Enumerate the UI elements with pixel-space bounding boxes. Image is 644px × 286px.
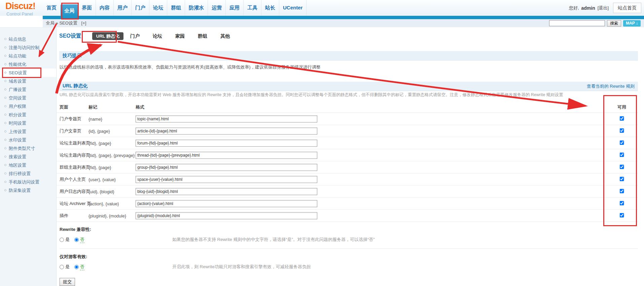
- sidebar-item-2[interactable]: 站点功能: [0, 52, 56, 60]
- available-checkbox[interactable]: [620, 153, 624, 157]
- nav-item-6[interactable]: 论坛: [149, 0, 167, 16]
- available-checkbox[interactable]: [620, 189, 624, 193]
- sidebar-item-13[interactable]: 附件类型尺寸: [0, 144, 56, 153]
- sidebar-item-12[interactable]: 水印设置: [0, 136, 56, 144]
- radio-no-label: 否: [80, 237, 84, 243]
- available-checkbox[interactable]: [620, 128, 624, 133]
- nav-item-5[interactable]: 门户: [132, 0, 149, 16]
- nav-item-2[interactable]: 界面: [78, 0, 96, 16]
- view-rewrite-rules-link[interactable]: 查看当前的 Rewrite 规则: [587, 83, 635, 89]
- logo-subtitle: Control Panel: [6, 11, 46, 16]
- nav-item-8[interactable]: 防灌水: [185, 0, 208, 16]
- sidebar-item-label: 站点信息: [9, 37, 26, 42]
- nav-item-0[interactable]: 首页: [43, 0, 61, 16]
- sidebar-item-3[interactable]: 性能优化: [0, 60, 56, 69]
- nav-item-10[interactable]: 应用: [226, 0, 244, 16]
- sidebar-item-14[interactable]: 搜索设置: [0, 153, 56, 161]
- row-tag-label: {tid}, {page}, {prevpage}: [88, 153, 135, 158]
- row-page-label: 群组主题列表页: [60, 164, 90, 170]
- sidebar-item-label: 水印设置: [9, 137, 26, 142]
- bullet-icon: [4, 72, 6, 74]
- sidebar-item-6[interactable]: 广播设置: [0, 85, 56, 94]
- tab-1[interactable]: 门户: [127, 32, 143, 40]
- format-input[interactable]: [136, 164, 317, 171]
- sidebar-item-label: 时间设置: [9, 121, 26, 126]
- map-button[interactable]: MAP ↓: [623, 20, 641, 27]
- format-input[interactable]: [136, 115, 317, 122]
- sidebar-item-16[interactable]: 排行榜设置: [0, 169, 56, 178]
- available-checkbox[interactable]: [620, 165, 624, 169]
- nav-item-7[interactable]: 群组: [167, 0, 185, 16]
- tips-text: 以红色虚线标示的选项，表示该选项和系统效率、负载能力与资源消耗有关(提高效率、或…: [60, 64, 321, 70]
- format-input[interactable]: [136, 200, 317, 207]
- radio-no[interactable]: 否: [74, 264, 84, 270]
- nav-item-1[interactable]: 全局: [61, 4, 78, 19]
- radio-no[interactable]: 否: [74, 237, 84, 243]
- nav-item-4[interactable]: 用户: [114, 0, 132, 16]
- username: admin: [581, 5, 595, 11]
- available-checkbox[interactable]: [620, 213, 624, 217]
- row-available-cell: [620, 189, 624, 194]
- sidebar-item-15[interactable]: 地区设置: [0, 161, 56, 169]
- nav-item-13[interactable]: UCenter: [279, 0, 307, 16]
- radio-yes[interactable]: 是: [60, 237, 70, 243]
- sidebar-item-7[interactable]: 空间设置: [0, 94, 56, 102]
- site-home-button[interactable]: 站点首页: [613, 3, 641, 13]
- row-format-cell: [136, 176, 317, 183]
- sidebar-item-10[interactable]: 时间设置: [0, 119, 56, 127]
- sidebar-item-11[interactable]: 上传设置: [0, 127, 56, 136]
- sidebar-item-18[interactable]: 防采集设置: [0, 186, 56, 195]
- tips-panel-header: 技巧提示: [59, 51, 638, 60]
- format-input[interactable]: [136, 139, 317, 147]
- nav-item-9[interactable]: 运营: [208, 0, 226, 16]
- logout-link[interactable]: [退出]: [598, 5, 609, 11]
- available-checkbox[interactable]: [620, 140, 624, 145]
- nav-item-12[interactable]: 站长: [261, 0, 279, 16]
- row-tag-label: {fid}, {page}: [88, 140, 111, 146]
- format-input[interactable]: [136, 212, 317, 219]
- url-format-table: 页面 标记 格式 可用 门户专题页{name}门户文章页{id}, {page}…: [57, 102, 638, 222]
- sidebar-item-4[interactable]: SEO设置: [0, 69, 56, 77]
- url-static-section-header: URL 静态化 查看当前的 Rewrite 规则: [59, 82, 638, 91]
- bullet-icon: [4, 105, 6, 107]
- tab-2[interactable]: 论坛: [149, 32, 166, 40]
- sidebar-item-5[interactable]: 域名设置: [0, 77, 56, 85]
- breadcrumb-expand-toggle[interactable]: [+]: [81, 21, 86, 26]
- radio-yes-input[interactable]: [60, 265, 64, 269]
- radio-yes[interactable]: 是: [60, 264, 70, 270]
- radio-yes-input[interactable]: [60, 238, 64, 242]
- sidebar-item-1[interactable]: 注册与访问控制: [0, 43, 56, 52]
- radio-no-input[interactable]: [74, 238, 79, 242]
- tab-0[interactable]: URL 静态化: [92, 32, 123, 40]
- radio-no-input[interactable]: [74, 265, 79, 269]
- format-input[interactable]: [136, 152, 317, 159]
- row-tag-label: {pluginid}, {module}: [88, 213, 126, 218]
- row-tag-label: {fid}, {page}: [88, 165, 111, 170]
- row-format-cell: [136, 127, 317, 134]
- bullet-icon: [4, 97, 6, 99]
- row-format-cell: [136, 188, 317, 195]
- bullet-icon: [4, 172, 6, 174]
- sidebar-item-17[interactable]: 手机版访问设置: [0, 178, 56, 186]
- format-input[interactable]: [136, 188, 317, 195]
- nav-item-3[interactable]: 内容: [96, 0, 114, 16]
- available-checkbox[interactable]: [620, 116, 624, 121]
- format-input[interactable]: [136, 127, 317, 134]
- admin-search-input[interactable]: [549, 20, 605, 26]
- nav-item-11[interactable]: 工具: [244, 0, 261, 16]
- tab-4[interactable]: 群组: [194, 32, 211, 40]
- sidebar-item-8[interactable]: 用户权限: [0, 102, 56, 111]
- sidebar-item-9[interactable]: 积分设置: [0, 111, 56, 119]
- available-checkbox[interactable]: [620, 201, 624, 205]
- search-button[interactable]: 搜索: [607, 20, 621, 27]
- bullet-icon: [4, 139, 6, 141]
- available-checkbox[interactable]: [620, 177, 624, 181]
- bullet-icon: [4, 88, 6, 90]
- url-static-description: URL 静态化可以提高搜索引擎抓取，开启本功能需要对 Web 服务器增加相应的 …: [60, 92, 634, 98]
- tab-5[interactable]: 其他: [217, 32, 233, 40]
- row-available-cell: [620, 201, 624, 206]
- tab-3[interactable]: 家园: [172, 32, 188, 40]
- submit-button[interactable]: 提交: [60, 278, 75, 286]
- sidebar-item-0[interactable]: 站点信息: [0, 35, 56, 43]
- format-input[interactable]: [136, 176, 317, 183]
